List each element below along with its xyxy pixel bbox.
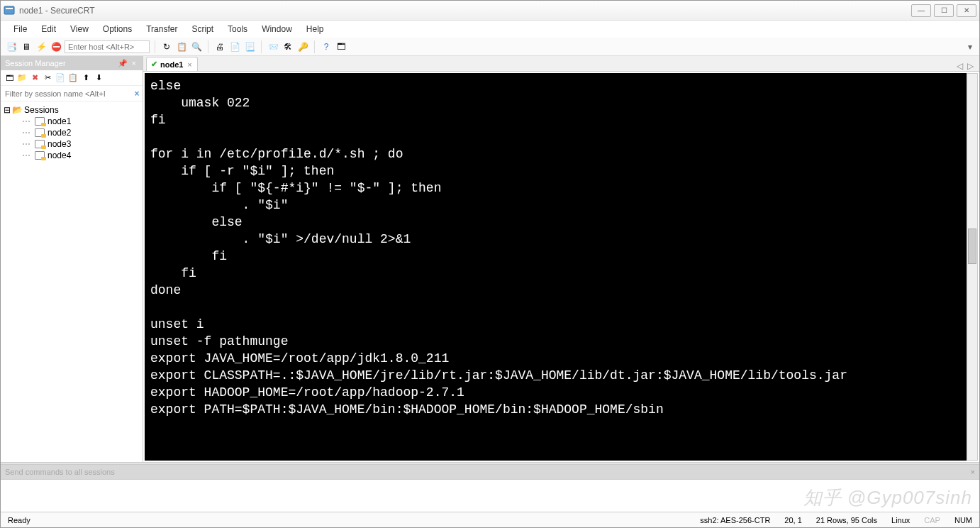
menubar: File Edit View Options Transfer Script T…	[1, 21, 979, 38]
menu-tools[interactable]: Tools	[222, 23, 253, 35]
session-filter: ×	[1, 86, 143, 101]
session-manager-toolbar: 🗔 📁 ✖ ✂ 📄 📋 ⬆ ⬇	[1, 70, 143, 86]
session-node1[interactable]: ⋯node1	[2, 116, 141, 127]
maximize-button[interactable]: ☐	[934, 4, 954, 17]
quick-connect-icon[interactable]: ⚡	[35, 40, 48, 53]
connected-icon: ✔	[151, 60, 157, 69]
cut-icon[interactable]: ✂	[42, 72, 53, 84]
host-input[interactable]	[65, 40, 150, 53]
command-bar-label: Send commands to all sessions	[5, 468, 115, 476]
new-folder-icon[interactable]: 📁	[16, 72, 28, 84]
status-size: 21 Rows, 95 Cols	[816, 516, 877, 524]
about-icon[interactable]: 🗔	[335, 40, 347, 53]
print-icon[interactable]: 🖨	[213, 40, 226, 53]
copy-session-icon[interactable]: 📄	[55, 72, 66, 84]
tab-node1[interactable]: ✔ node1 ×	[146, 57, 198, 71]
menu-file[interactable]: File	[8, 23, 33, 35]
toolbar-separator-3	[261, 40, 262, 53]
session-filter-input[interactable]	[1, 89, 131, 98]
tools-icon[interactable]: 🛠	[282, 40, 294, 53]
session-manager-icon[interactable]: 📑	[5, 40, 18, 53]
find-icon[interactable]: 🔍	[190, 40, 203, 53]
delete-icon[interactable]: ✖	[29, 72, 40, 84]
status-capslock: CAP	[924, 516, 940, 524]
session-manager-panel: Session Manager 📌 × 🗔 📁 ✖ ✂ 📄 📋 ⬆ ⬇ ×	[1, 56, 143, 462]
session-label: node1	[48, 116, 71, 126]
menu-help[interactable]: Help	[301, 23, 330, 35]
toolbar-overflow-icon[interactable]: ▾	[965, 42, 975, 52]
copy-icon[interactable]: 📋	[175, 40, 188, 53]
session-node4[interactable]: ⋯node4	[2, 150, 141, 161]
session-icon	[35, 128, 45, 137]
session-tree: ⊟ 📂 Sessions ⋯node1 ⋯node2 ⋯node3 ⋯node4	[1, 101, 143, 462]
vertical-scrollbar[interactable]	[967, 73, 978, 461]
window-title: node1 - SecureCRT	[19, 6, 911, 16]
tab-close-icon[interactable]: ×	[186, 60, 193, 69]
session-manager-title: Session Manager	[5, 59, 66, 67]
terminal-container: else umask 022 fi for i in /etc/profile.…	[145, 73, 967, 461]
toolbar-separator-2	[208, 40, 208, 53]
session-label: node4	[48, 150, 71, 160]
help-icon[interactable]: ?	[320, 40, 333, 53]
tab-prev-icon[interactable]: ◁	[957, 61, 963, 71]
menu-view[interactable]: View	[65, 23, 94, 35]
toolbar-separator	[155, 40, 155, 53]
command-bar-close-icon[interactable]: ×	[971, 468, 975, 476]
status-cursor-pos: 20, 1	[784, 516, 801, 524]
status-numlock: NUM	[954, 516, 972, 524]
svg-rect-1	[6, 8, 13, 9]
properties-icon[interactable]: 📃	[243, 40, 256, 53]
tab-bar: ✔ node1 × ◁ ▷	[143, 56, 979, 72]
svg-rect-0	[4, 6, 14, 14]
command-bar: Send commands to all sessions ×	[1, 465, 979, 479]
menu-script[interactable]: Script	[186, 23, 219, 35]
down-icon[interactable]: ⬇	[93, 72, 104, 84]
key-icon[interactable]: 🔑	[296, 40, 309, 53]
command-input[interactable]: 知乎 @Gyp007sinh	[1, 479, 979, 512]
session-node2[interactable]: ⋯node2	[2, 127, 141, 138]
session-node3[interactable]: ⋯node3	[2, 138, 141, 150]
scrollbar-thumb[interactable]	[968, 229, 976, 264]
close-button[interactable]: ✕	[957, 4, 976, 17]
status-cipher: ssh2: AES-256-CTR	[700, 516, 770, 524]
new-session-icon[interactable]: 🗔	[4, 72, 15, 84]
status-bar: Ready ssh2: AES-256-CTR 20, 1 21 Rows, 9…	[1, 512, 979, 527]
menu-transfer[interactable]: Transfer	[140, 23, 183, 35]
session-icon	[35, 151, 45, 160]
send-icon[interactable]: 📨	[267, 40, 279, 53]
disconnect-icon[interactable]: ⛔	[50, 40, 62, 53]
paste-icon[interactable]: 📋	[67, 72, 79, 84]
tree-root-sessions[interactable]: ⊟ 📂 Sessions	[2, 104, 141, 116]
collapse-icon[interactable]: ⊟	[4, 105, 11, 115]
watermark: 知乎 @Gyp007sinh	[803, 485, 972, 510]
reconnect-icon[interactable]: ↻	[160, 40, 173, 53]
menu-edit[interactable]: Edit	[35, 23, 62, 35]
tree-root-label: Sessions	[24, 105, 59, 115]
main-area: ✔ node1 × ◁ ▷ else umask 022 fi for i in…	[143, 56, 979, 462]
pin-icon[interactable]: 📌	[116, 59, 130, 68]
app-window: node1 - SecureCRT — ☐ ✕ File Edit View O…	[0, 0, 980, 528]
tab-label: node1	[160, 60, 183, 69]
app-icon	[4, 5, 15, 16]
terminal[interactable]: else umask 022 fi for i in /etc/profile.…	[145, 73, 967, 461]
folder-icon: 📂	[12, 105, 23, 115]
menu-window[interactable]: Window	[256, 23, 298, 35]
session-icon	[35, 117, 45, 126]
session-label: node2	[48, 128, 71, 138]
status-ready: Ready	[8, 516, 30, 524]
minimize-button[interactable]: —	[911, 4, 931, 17]
connect-icon[interactable]: 🖥	[20, 40, 33, 53]
status-os: Linux	[891, 516, 910, 524]
panel-close-icon[interactable]: ×	[130, 59, 138, 67]
options-icon[interactable]: 📄	[228, 40, 241, 53]
toolbar-separator-4	[314, 40, 315, 53]
menu-options[interactable]: Options	[97, 23, 138, 35]
titlebar: node1 - SecureCRT — ☐ ✕	[1, 1, 979, 21]
main-toolbar: 📑 🖥 ⚡ ⛔ ↻ 📋 🔍 🖨 📄 📃 📨 🛠 🔑 ? 🗔 ▾	[1, 38, 979, 56]
tab-next-icon[interactable]: ▷	[967, 61, 974, 71]
session-icon	[35, 140, 45, 148]
session-manager-header: Session Manager 📌 ×	[1, 56, 143, 70]
session-label: node3	[48, 139, 71, 149]
up-icon[interactable]: ⬆	[80, 72, 91, 84]
filter-clear-icon[interactable]: ×	[131, 89, 143, 99]
